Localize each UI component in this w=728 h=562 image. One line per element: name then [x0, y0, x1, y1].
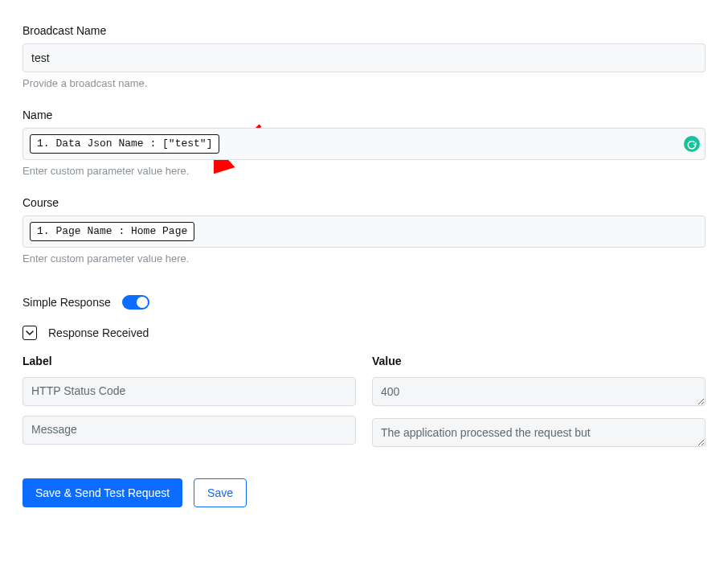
broadcast-name-input[interactable] [22, 43, 706, 72]
response-expand-button[interactable] [22, 326, 37, 340]
broadcast-name-label: Broadcast Name [22, 24, 706, 37]
response-table: Label HTTP Status Code Message Value 400… [22, 355, 706, 459]
name-group: Name 1. Data Json Name : ["test"] Enter … [22, 109, 706, 177]
course-label: Course [22, 196, 706, 209]
simple-response-toggle[interactable] [122, 295, 149, 310]
table-row[interactable]: 400 [372, 377, 706, 406]
chevron-down-icon [26, 329, 34, 337]
footer-buttons: Save & Send Test Request Save [22, 478, 706, 507]
table-row: Message [22, 416, 356, 445]
course-group: Course 1. Page Name : Home Page Enter cu… [22, 196, 706, 265]
value-column-header: Value [372, 355, 706, 367]
save-send-button[interactable]: Save & Send Test Request [22, 478, 182, 507]
broadcast-name-group: Broadcast Name Provide a broadcast name. [22, 24, 706, 89]
simple-response-row: Simple Response [22, 295, 706, 310]
save-button[interactable]: Save [194, 478, 247, 507]
name-help: Enter custom parameter value here. [22, 165, 706, 177]
course-help: Enter custom parameter value here. [22, 252, 706, 265]
name-tag-container[interactable]: 1. Data Json Name : ["test"] [22, 128, 706, 160]
name-tag[interactable]: 1. Data Json Name : ["test"] [30, 134, 219, 154]
table-row: HTTP Status Code [22, 377, 356, 406]
grammarly-icon [684, 136, 700, 152]
course-tag-container[interactable]: 1. Page Name : Home Page [22, 215, 706, 248]
simple-response-label: Simple Response [22, 296, 111, 309]
label-column: Label HTTP Status Code Message [22, 355, 356, 459]
course-tag[interactable]: 1. Page Name : Home Page [30, 222, 194, 242]
response-received-row: Response Received [22, 326, 706, 340]
label-column-header: Label [22, 355, 356, 367]
broadcast-name-help: Provide a broadcast name. [22, 77, 706, 89]
table-row[interactable]: The application processed the request bu… [372, 418, 706, 447]
response-received-label: Response Received [48, 326, 149, 339]
value-column: Value 400 The application processed the … [372, 355, 706, 459]
name-label: Name [22, 109, 706, 121]
